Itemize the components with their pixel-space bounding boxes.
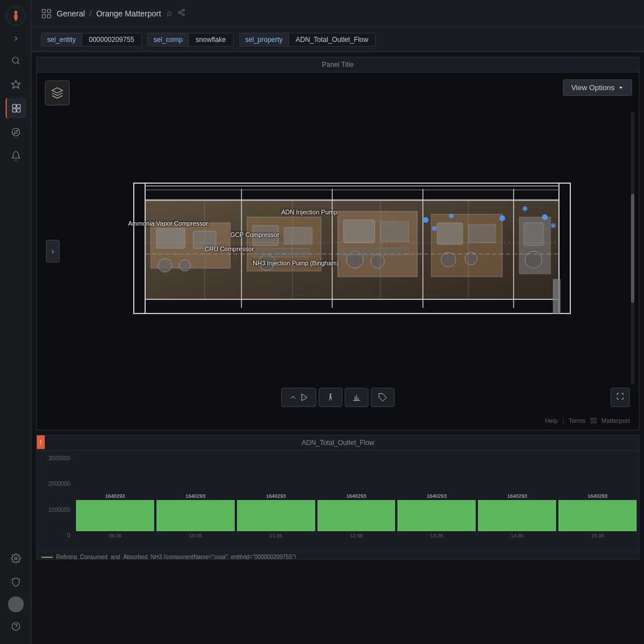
terms-link[interactable]: Terms <box>569 417 586 424</box>
bar-time-label: 15:36 <box>591 533 604 539</box>
svg-rect-43 <box>344 220 375 243</box>
svg-point-62 <box>551 223 556 228</box>
breadcrumb-separator: / <box>90 9 92 18</box>
sidebar-collapse-button[interactable] <box>8 32 24 45</box>
bar-time-label: 09:36 <box>109 533 122 539</box>
svg-rect-6 <box>12 109 16 112</box>
svg-rect-4 <box>12 104 16 108</box>
matterport-scene[interactable]: View Options › <box>37 73 639 430</box>
var-group-entity: sel_entity 000000209755 <box>41 33 142 46</box>
svg-rect-50 <box>468 224 495 243</box>
var-group-property: sel_property ADN_Total_Outlet_Flow <box>239 33 376 46</box>
var-value-entity[interactable]: 000000209755 <box>82 33 141 46</box>
var-value-property[interactable]: ADN_Total_Outlet_Flow <box>289 33 375 46</box>
breadcrumb-section[interactable]: General <box>57 9 85 18</box>
svg-rect-7 <box>16 109 20 112</box>
favorite-button[interactable]: ☆ <box>166 9 173 18</box>
svg-rect-77 <box>591 421 593 423</box>
user-avatar[interactable] <box>8 596 24 612</box>
chart-bar-group: 164029314:36 <box>478 493 556 539</box>
svg-point-19 <box>183 14 185 16</box>
sidebar-item-explore[interactable] <box>6 122 26 142</box>
legend-color-line <box>41 557 53 558</box>
chart-bar-group: 164029310:36 <box>156 493 235 539</box>
svg-point-11 <box>12 622 20 630</box>
bar-time-label: 13:36 <box>430 533 443 539</box>
sidebar-item-settings[interactable] <box>6 548 26 569</box>
y-label-2m: 2000000 <box>41 481 70 487</box>
sidebar-item-starred[interactable] <box>6 74 26 95</box>
chart-y-axis: 3000000 2000000 1000000 0 <box>37 451 74 550</box>
matterport-link[interactable]: Matterport <box>601 417 630 424</box>
topbar: General / Orange Matterport ☆ <box>32 0 644 27</box>
fullscreen-icon <box>616 392 624 400</box>
var-value-comp[interactable]: snowflake <box>189 33 232 46</box>
sidebar-item-search[interactable] <box>6 50 26 71</box>
y-label-3m: 3000000 <box>41 455 70 461</box>
y-label-1m: 1000000 <box>41 507 70 513</box>
fullscreen-button[interactable] <box>611 388 630 407</box>
matterport-icon <box>590 417 597 424</box>
chart-bar-group: 164029311:36 <box>237 493 315 539</box>
bar-time-label: 12:36 <box>350 533 363 539</box>
view-options-button[interactable]: View Options <box>563 79 632 96</box>
svg-point-58 <box>449 214 454 218</box>
bar-value-label: 1640293 <box>507 493 527 499</box>
tag-button[interactable] <box>371 388 395 407</box>
bar-time-label: 10:36 <box>189 533 202 539</box>
svg-rect-41 <box>253 248 310 257</box>
sidebar-item-shield[interactable] <box>6 572 26 592</box>
scene-3d-view: Ammonia Vapor Compressor ADN Injection P… <box>71 107 628 384</box>
svg-rect-49 <box>437 223 463 244</box>
svg-point-46 <box>371 255 384 268</box>
svg-rect-76 <box>594 418 596 421</box>
svg-marker-9 <box>14 130 17 134</box>
chart-bar <box>76 500 154 531</box>
side-nav-arrow[interactable]: › <box>46 240 60 262</box>
chart-bars: 164029309:36164029310:36164029311:361640… <box>74 451 639 539</box>
svg-rect-75 <box>591 418 593 421</box>
chart-bar <box>237 500 315 531</box>
chart-bar <box>317 500 396 531</box>
sidebar-item-dashboards[interactable] <box>6 98 26 118</box>
scene-scrollbar[interactable] <box>631 112 634 384</box>
svg-point-56 <box>423 217 429 223</box>
chart-legend: Refining_Consumed_and_Absorbed_NH3 {comp… <box>37 550 639 560</box>
matterport-panel: Panel Title View Options › <box>36 57 639 430</box>
svg-point-8 <box>12 128 20 136</box>
navigation-cube[interactable] <box>45 80 70 105</box>
sidebar <box>0 0 32 644</box>
svg-rect-69 <box>553 279 560 313</box>
chart-bar-group: 164029312:36 <box>317 493 396 539</box>
app-logo <box>6 6 26 26</box>
svg-rect-78 <box>594 421 596 423</box>
chart-bar <box>478 500 556 531</box>
bar-value-label: 1640293 <box>266 493 286 499</box>
measure-button[interactable] <box>345 388 368 407</box>
var-label-comp: sel_comp <box>148 33 189 46</box>
share-button[interactable] <box>177 9 185 18</box>
cube-icon <box>51 87 63 99</box>
svg-point-1 <box>14 14 18 18</box>
svg-marker-72 <box>302 394 307 401</box>
chart-bar-group: 164029309:36 <box>76 493 154 539</box>
svg-line-20 <box>180 13 183 14</box>
svg-point-60 <box>523 206 527 211</box>
chart-panel: ! ADN_Total_Outlet_Flow 3000000 2000000 … <box>36 435 639 560</box>
up-button[interactable] <box>281 388 316 407</box>
bar-value-label: 1640293 <box>346 493 366 499</box>
svg-rect-33 <box>156 228 185 248</box>
svg-rect-15 <box>43 14 46 18</box>
svg-point-36 <box>179 260 190 271</box>
bar-time-label: 14:36 <box>511 533 524 539</box>
svg-point-59 <box>499 215 505 221</box>
svg-rect-44 <box>380 222 409 242</box>
help-link[interactable]: Help <box>545 417 558 424</box>
sidebar-item-alerting[interactable] <box>6 146 26 166</box>
scrollbar-thumb <box>631 194 634 303</box>
floor-plan: Ammonia Vapor Compressor ADN Injection P… <box>117 166 582 325</box>
variables-bar: sel_entity 000000209755 sel_comp snowfla… <box>32 27 644 52</box>
walk-button[interactable] <box>319 388 342 407</box>
svg-point-73 <box>330 393 332 395</box>
sidebar-item-help[interactable] <box>6 616 26 637</box>
